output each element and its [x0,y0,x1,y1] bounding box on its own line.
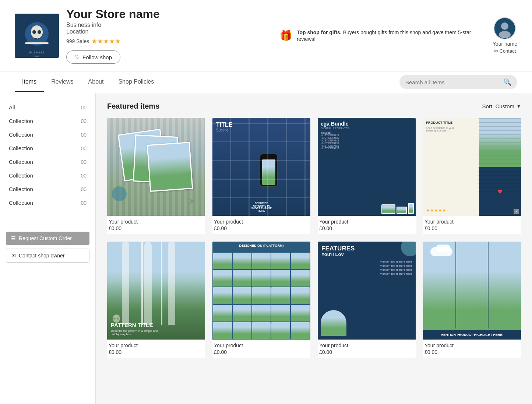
sidebar-count-0: 00 [81,118,87,124]
mail-icon: ✉ [11,253,16,259]
svg-rect-5 [34,37,40,38]
tab-items[interactable]: Items [15,73,44,92]
sidebar-count-3: 00 [81,159,87,165]
user-avatar [494,17,516,39]
product-card-5[interactable]: DESIGNED ON (PLATFORM) [212,242,310,358]
sidebar-item-all[interactable]: All 00 [0,101,95,114]
shop-info: Your Store name Business info Location 9… [66,7,265,64]
product-name-6: Your product [319,342,414,348]
sidebar: All 00 Collection 00 Collection 00 Colle… [0,93,96,404]
sidebar-count-4: 00 [81,173,87,179]
product-card-1[interactable]: TITLE Subtitle DESCRIBEOFFERING INSHORT … [212,118,310,234]
search-input[interactable] [405,79,500,85]
sidebar-item-6[interactable]: Collection 00 [0,196,95,210]
shop-navigation: Items Reviews About Shop Policies 🔍 [0,71,532,93]
product-card-3[interactable]: PRODUCT TITLE Short description of youra… [423,118,521,234]
svg-point-4 [38,30,41,34]
product-name-5: Your product [214,342,309,348]
product-card-0[interactable]: ✕ Your product £0.00 [107,118,205,234]
tab-shop-policies[interactable]: Shop Policies [111,73,161,92]
products-area: Featured items Sort: Custom ▼ [96,93,532,404]
svg-rect-6 [35,38,36,39]
product-card-7[interactable]: MENTION PRODUCT HIGHLIGHT HERE! Your pro… [423,242,521,358]
request-label: Request Custom Order [19,235,72,241]
sidebar-item-4[interactable]: Collection 00 [0,169,95,182]
sales-count: 999 Sales [66,38,89,44]
badge-text: Top shop for gifts. Buyers bought gifts … [297,29,478,42]
shop-sales: 999 Sales ★★★★★ [66,37,265,45]
product-info-2: Your product £0.00 [318,216,416,234]
sidebar-count-2: 00 [81,145,87,151]
svg-rect-8 [38,38,39,39]
sidebar-count-1: 00 [81,132,87,138]
product-info-0: Your product £0.00 [107,216,205,234]
product-image-3: PRODUCT TITLE Short description of youra… [423,118,521,216]
product-price-5: £0.00 [214,349,309,355]
shop-header: BUSINESS name Your Store name Business i… [0,0,532,71]
sidebar-label-5: Collection [9,186,33,192]
product-card-4[interactable]: PATTERN TITLE Describe the pattern in a … [107,242,205,358]
product-image-5: DESIGNED ON (PLATFORM) [212,242,310,340]
product-price-2: £0.00 [319,225,414,231]
product-info-7: Your product £0.00 [423,340,521,358]
sidebar-item-2[interactable]: Collection 00 [0,141,95,155]
sidebar-all-count: 00 [81,105,87,110]
products-header: Featured items Sort: Custom ▼ [107,102,521,110]
product-image-7: MENTION PRODUCT HIGHLIGHT HERE! [423,242,521,340]
sort-arrow-icon: ▼ [517,104,521,109]
product-image-1: TITLE Subtitle DESCRIBEOFFERING INSHORT … [212,118,310,216]
sidebar-item-3[interactable]: Collection 00 [0,155,95,169]
product-price-4: £0.00 [109,349,204,355]
product-info-4: Your product £0.00 [107,340,205,358]
user-contact: ✉ Contact [494,48,516,54]
sort-label: Sort: Custom [482,103,515,109]
svg-point-18 [117,317,119,320]
follow-label: Follow shop [82,54,112,60]
sidebar-label-4: Collection [9,172,33,179]
list-icon: ☰ [11,235,16,241]
follow-shop-button[interactable]: ♡ Follow shop [66,50,120,64]
product-card-2[interactable]: ega Bundle Digital Products Includes: • … [318,118,416,234]
product-card-6[interactable]: FEATURES You'll Lov Mention top feature … [318,242,416,358]
shop-name: Your Store name [66,7,265,21]
tab-reviews[interactable]: Reviews [44,73,81,92]
product-name-1: Your product [214,219,309,225]
search-container: 🔍 [399,71,517,93]
product-image-6: FEATURES You'll Lov Mention top feature … [318,242,416,340]
product-price-6: £0.00 [319,349,414,355]
user-name: Your name [493,41,517,47]
product-price-1: £0.00 [214,225,309,231]
user-section: Your name ✉ Contact [493,17,517,54]
sidebar-item-0[interactable]: Collection 00 [0,114,95,128]
product-price-7: £0.00 [424,349,519,355]
tab-about[interactable]: About [81,73,111,92]
product-name-2: Your product [319,219,414,225]
shop-badge: 🎁 Top shop for gifts. Buyers bought gift… [272,29,485,42]
sidebar-label-2: Collection [9,145,33,151]
product-info-1: Your product £0.00 [212,216,310,234]
svg-text:BUSINESS: BUSINESS [29,51,44,54]
shop-logo-image: BUSINESS name [15,14,59,58]
product-image-2: ega Bundle Digital Products Includes: • … [318,118,416,216]
shop-business: Business info [66,22,265,28]
contact-shop-owner-button[interactable]: ✉ Contact shop owner [6,249,89,263]
search-icon: 🔍 [503,78,511,86]
request-custom-order-button[interactable]: ☰ Request Custom Order [6,232,89,245]
sidebar-label-6: Collection [9,200,33,206]
product-info-3: Your product £0.00 [423,216,521,234]
product-name-4: Your product [109,342,204,348]
products-grid: ✕ Your product £0.00 TITLE Subtitle [107,118,521,358]
featured-title: Featured items [107,102,159,110]
shop-logo: BUSINESS name [15,14,59,58]
sidebar-item-1[interactable]: Collection 00 [0,128,95,141]
contact-shop-label: Contact shop owner [19,253,65,259]
svg-point-3 [32,30,36,34]
sort-button[interactable]: Sort: Custom ▼ [482,103,521,109]
star-rating: ★★★★★ [91,37,121,45]
sidebar-count-5: 00 [81,186,87,192]
shop-location: Location [66,28,265,35]
product-price-0: £0.00 [109,225,204,231]
sidebar-label-0: Collection [9,118,33,124]
product-name-3: Your product [424,219,519,225]
sidebar-item-5[interactable]: Collection 00 [0,182,95,196]
